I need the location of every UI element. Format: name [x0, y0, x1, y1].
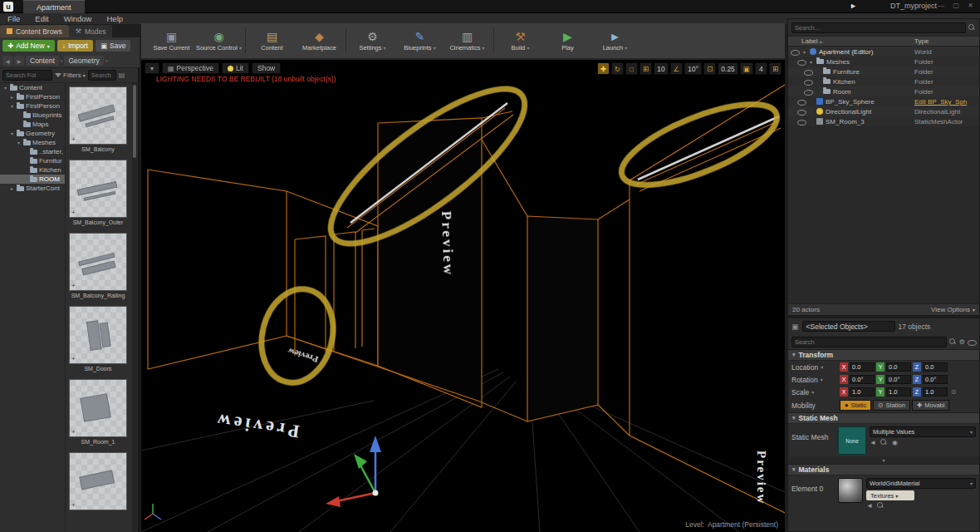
menu-file[interactable]: File: [0, 13, 27, 25]
outliner-row[interactable]: ▾Apartment (Editor)World: [788, 47, 979, 57]
expander-icon[interactable]: ▸: [9, 94, 15, 100]
scale-tool-icon[interactable]: □: [625, 62, 638, 75]
rotate-tool-icon[interactable]: ↻: [611, 62, 624, 75]
static-mesh-dropdown[interactable]: Multiple Values▾: [870, 426, 976, 437]
tree-item[interactable]: ..starter,: [0, 147, 65, 156]
asset-item[interactable]: + SM_Balcony_Railing: [68, 233, 128, 298]
eye-icon[interactable]: [968, 337, 976, 346]
perspective-button[interactable]: ▦Perspective: [162, 62, 219, 74]
asset-search-input[interactable]: [88, 70, 116, 81]
advanced-expander[interactable]: ▾: [788, 456, 979, 464]
asset-item[interactable]: + SM_Room_1: [68, 379, 128, 445]
import-button[interactable]: ↓Import: [57, 40, 93, 52]
rotation-z-field[interactable]: 0.0°: [923, 375, 948, 384]
outliner-row[interactable]: DirectionalLightDirectionalLight: [788, 106, 979, 116]
camera-speed-icon[interactable]: ▣: [740, 62, 753, 75]
asset-item[interactable]: + SM_Balcony: [68, 86, 128, 152]
outliner-row[interactable]: FurnitureFolder: [788, 66, 979, 76]
grid-snap-value[interactable]: 10: [654, 62, 668, 75]
tab-content-browser[interactable]: Content Brows: [0, 25, 69, 37]
tree-item[interactable]: ▸FirstPerson: [0, 92, 65, 101]
mobility-static-button[interactable]: ●Static: [840, 400, 871, 411]
details-search-input[interactable]: [791, 337, 947, 347]
settings-button[interactable]: ⚙Settings ▾: [349, 25, 396, 57]
save-current-button[interactable]: ▣Save Current: [148, 25, 195, 57]
tree-item[interactable]: Blueprints: [0, 111, 65, 120]
visibility-eye-icon[interactable]: [797, 97, 806, 106]
back-icon[interactable]: ◀: [2, 56, 12, 66]
material-sphere-thumbnail[interactable]: [838, 478, 863, 503]
tree-item[interactable]: ▾Meshes: [0, 138, 65, 147]
type-column-header[interactable]: Type: [914, 37, 979, 45]
asset-scrollbar[interactable]: [132, 83, 137, 532]
location-y-field[interactable]: 0.0: [886, 362, 911, 372]
visibility-eye-icon[interactable]: [791, 47, 799, 56]
scale-y-field[interactable]: 1.0: [886, 387, 911, 397]
outliner-row[interactable]: BP_Sky_SphereEdit BP_Sky_Sph: [788, 96, 979, 106]
menu-edit[interactable]: Edit: [27, 13, 56, 25]
tree-item[interactable]: Furnitur: [0, 156, 65, 165]
outliner-row[interactable]: RoomFolder: [788, 86, 979, 96]
tree-item-content[interactable]: ▾Content: [0, 83, 65, 92]
show-button[interactable]: Show: [252, 62, 281, 74]
outliner-row[interactable]: SM_Room_3StaticMeshActor: [788, 116, 979, 126]
view-toggle-icon[interactable]: ▤: [119, 71, 125, 79]
outliner-row[interactable]: KitchenFolder: [788, 76, 979, 86]
grid-snap-icon[interactable]: ⊞: [639, 62, 652, 75]
viewport[interactable]: Preview Preview Preview Preview LIGHTING…: [141, 60, 785, 532]
move-tool-icon[interactable]: ✚: [597, 62, 610, 75]
scale-z-field[interactable]: 1.0: [923, 387, 948, 397]
outliner-search-input[interactable]: [791, 22, 966, 33]
browse-icon[interactable]: [877, 502, 884, 510]
expander-icon[interactable]: ▾: [16, 140, 22, 145]
forward-icon[interactable]: ▶: [14, 56, 24, 66]
visibility-eye-icon[interactable]: [797, 57, 806, 66]
transform-section-header[interactable]: ▾Transform: [788, 349, 979, 361]
folder-search-input[interactable]: [2, 70, 52, 81]
scale-label[interactable]: Scale▾: [791, 388, 838, 397]
location-z-field[interactable]: 0.0: [923, 362, 948, 372]
visibility-eye-icon[interactable]: [797, 117, 806, 126]
textures-button[interactable]: Textures▾: [866, 490, 914, 500]
menu-help[interactable]: Help: [99, 13, 130, 25]
asset-item[interactable]: + SM_Balcony_Outer: [68, 160, 128, 225]
scrollbar-thumb[interactable]: [133, 85, 136, 158]
menu-window[interactable]: Window: [56, 13, 100, 25]
rotation-y-field[interactable]: 0.0°: [886, 375, 911, 384]
maximize-icon[interactable]: ⊞: [769, 62, 782, 75]
add-new-button[interactable]: ✚Add New▾: [2, 40, 55, 52]
tree-item[interactable]: ▸StarterCont: [0, 184, 65, 193]
expander-icon[interactable]: ▾: [9, 103, 15, 109]
expander-icon[interactable]: ▸: [9, 185, 15, 191]
selected-objects-field[interactable]: <Selected Objects>: [802, 321, 895, 332]
build-button[interactable]: ⚒Build ▾: [497, 25, 544, 57]
tree-item[interactable]: Kitchen: [0, 165, 65, 175]
scale-snap-icon[interactable]: ⊡: [703, 62, 716, 75]
outliner-row[interactable]: ▾MeshesFolder: [788, 57, 979, 66]
tab-modes[interactable]: ⚒ Modes: [69, 25, 113, 37]
camera-speed-value[interactable]: 4: [755, 62, 767, 75]
tree-item[interactable]: ▾FirstPerson: [0, 101, 65, 111]
breadcrumb-geometry[interactable]: Geometry: [64, 56, 103, 66]
visibility-eye-icon[interactable]: [804, 67, 812, 76]
location-x-field[interactable]: 0.0: [850, 362, 875, 372]
marketplace-button[interactable]: ◆Marketplace: [296, 25, 343, 57]
mobility-movable-button[interactable]: ✚Movabl: [912, 400, 949, 411]
expander-icon[interactable]: ▾: [9, 131, 15, 136]
pick-icon[interactable]: ◉: [892, 439, 898, 446]
asset-item[interactable]: +: [68, 452, 128, 512]
rotation-label[interactable]: Rotation▾: [791, 376, 838, 384]
use-selected-icon[interactable]: ◄: [870, 439, 876, 446]
transform-gizmo[interactable]: [326, 436, 381, 507]
play-button[interactable]: ▶Play: [544, 25, 591, 57]
cinematics-button[interactable]: ▥Cinematics ▾: [443, 25, 491, 57]
tree-item[interactable]: Maps: [0, 120, 65, 129]
outliner-view-options-button[interactable]: View Options▾: [931, 306, 975, 313]
scale-snap-value[interactable]: 0.25: [718, 62, 738, 75]
scale-x-field[interactable]: 1.0: [850, 387, 875, 397]
tree-item[interactable]: ▾Geometry: [0, 129, 65, 138]
static-mesh-section-header[interactable]: ▾Static Mesh: [788, 412, 979, 424]
tree-item-selected[interactable]: ROOM: [0, 175, 65, 184]
lit-mode-button[interactable]: Lit: [222, 62, 249, 74]
mobility-stationary-button[interactable]: ⊙Station: [873, 400, 910, 411]
